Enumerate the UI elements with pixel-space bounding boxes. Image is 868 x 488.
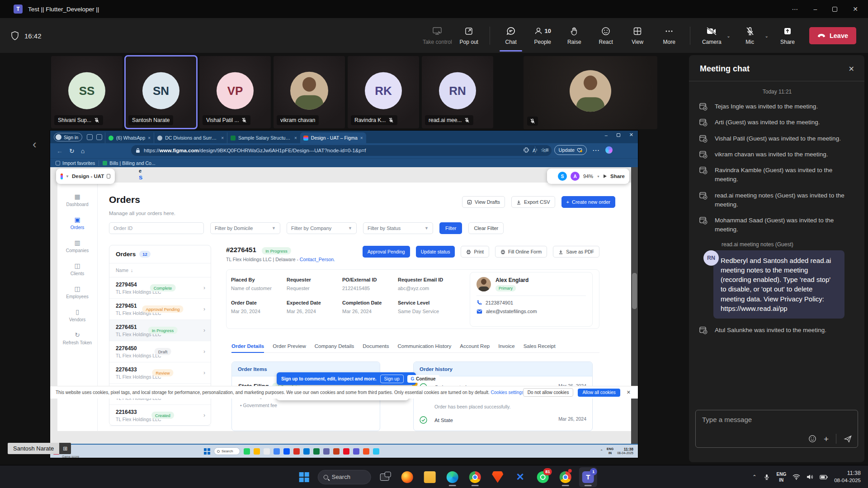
shared-taskbar-app-icon[interactable]: [363, 448, 369, 455]
contact-phone-row[interactable]: 2123874901: [476, 300, 586, 305]
chevron-down-icon[interactable]: ▼: [597, 175, 600, 178]
tab-close-icon[interactable]: ×: [148, 136, 151, 141]
clear-filter-button[interactable]: Clear Filter: [468, 222, 504, 234]
cookie-close-icon[interactable]: ✕: [627, 389, 631, 395]
teams-button[interactable]: T1: [579, 467, 597, 487]
raise-hand-button[interactable]: Raise: [560, 20, 589, 52]
shared-taskbar-app-icon[interactable]: [333, 448, 340, 455]
zoom-level[interactable]: 94%: [583, 174, 593, 179]
wifi-icon[interactable]: [793, 474, 800, 480]
chat-close-icon[interactable]: ✕: [849, 65, 854, 73]
shared-taskbar-app-icon[interactable]: [353, 448, 359, 455]
cookies-settings-link[interactable]: Cookies settings: [491, 390, 523, 395]
browser-tab[interactable]: (6) WhatsApp ×: [105, 132, 154, 143]
shared-start-icon[interactable]: [204, 448, 210, 455]
chat-message-input[interactable]: Type a message +: [695, 410, 858, 448]
shared-taskbar-app-icon[interactable]: [303, 448, 310, 455]
favorites-bar-icon[interactable]: ☆≡: [541, 147, 549, 153]
sort-arrow-icon[interactable]: ↓: [131, 267, 133, 273]
browser-minimize-icon[interactable]: –: [605, 132, 608, 138]
print-button[interactable]: Print: [461, 246, 489, 258]
browser-close-icon[interactable]: ✕: [629, 132, 633, 138]
collaborator-avatar[interactable]: S: [558, 172, 567, 181]
sidebar-item[interactable]: Employees: [57, 286, 97, 299]
sign-up-button[interactable]: Sign up: [380, 375, 404, 383]
detail-tab[interactable]: Documents: [363, 343, 389, 349]
layout-panel-icon[interactable]: [107, 174, 110, 178]
back-icon[interactable]: ←: [57, 147, 63, 155]
extensions-icon[interactable]: [523, 147, 529, 153]
shared-taskbar-app-icon[interactable]: [323, 448, 330, 455]
row-chevron-icon[interactable]: ›: [203, 306, 205, 312]
figma-canvas[interactable]: Dashboard Orders Companies Clients: [50, 167, 638, 444]
import-favorites-button[interactable]: Import favorites: [56, 160, 95, 166]
browser-profile-button[interactable]: Sign in: [54, 133, 82, 141]
chat-button[interactable]: Chat: [496, 20, 525, 52]
send-icon[interactable]: [844, 435, 852, 443]
export-csv-button[interactable]: Export CSV: [511, 196, 555, 208]
detail-tab[interactable]: Order Preview: [273, 343, 306, 349]
order-row[interactable]: 2276451 TL Flex Holdings LLC In Progress…: [109, 320, 211, 341]
shared-tray-chevron-icon[interactable]: ⌃: [600, 449, 603, 453]
sidebar-item[interactable]: Companies: [57, 239, 97, 253]
browser-more-icon[interactable]: ⋯: [592, 146, 600, 155]
view-button[interactable]: View: [623, 20, 652, 52]
browser-tab[interactable]: DC Divisions and Surroundings ×: [154, 132, 227, 143]
participant-tile[interactable]: SN Santosh Narate: [125, 56, 197, 128]
order-row[interactable]: 2276450 TL Flex Holdings LLC Draft ›: [109, 341, 211, 362]
participant-tile[interactable]: SS Shivani Sup...: [51, 56, 123, 128]
detail-tab[interactable]: Invoice: [498, 343, 514, 349]
copilot-icon[interactable]: [605, 146, 613, 154]
tab-close-icon[interactable]: ×: [360, 136, 363, 141]
shared-taskbar-app-icon[interactable]: [264, 448, 270, 455]
figma-file-pill[interactable]: ▼ Design - UAT: [56, 169, 115, 184]
whatsapp-button[interactable]: 81: [534, 467, 552, 487]
shared-taskbar-app-icon[interactable]: [283, 448, 290, 455]
order-id-search-input[interactable]: Order ID: [109, 222, 204, 234]
row-chevron-icon[interactable]: ›: [203, 370, 205, 376]
scrollbar-thumb[interactable]: [632, 273, 637, 309]
deny-cookies-button[interactable]: Do not allow cookies: [523, 388, 574, 397]
shared-search-box[interactable]: Search: [214, 447, 240, 455]
shared-taskbar-app-icon[interactable]: [254, 448, 260, 455]
people-button[interactable]: 10 People: [528, 20, 557, 52]
battery-icon[interactable]: [820, 475, 828, 479]
figma-logo-icon[interactable]: [61, 174, 63, 179]
tray-chevron-icon[interactable]: ⌃: [752, 474, 756, 480]
row-chevron-icon[interactable]: ›: [203, 285, 205, 291]
workspaces-icon[interactable]: [87, 134, 93, 140]
contact-email-row[interactable]: alex@vstatefilings.com: [476, 309, 586, 314]
contact-person-link[interactable]: Contact_Person.: [300, 257, 335, 262]
mic-control[interactable]: Mic ⌄: [735, 20, 770, 52]
window-more-icon[interactable]: ⋯: [792, 5, 798, 13]
order-row[interactable]: 2279451 TL Flex Holdings LLC Approval Pe…: [109, 299, 211, 320]
pop-out-button[interactable]: Pop out: [454, 20, 483, 52]
shared-taskbar-app-icon[interactable]: [313, 448, 320, 455]
more-button[interactable]: More: [655, 20, 684, 52]
edge-button[interactable]: [443, 467, 462, 487]
detail-tab[interactable]: Company Details: [315, 343, 354, 349]
participant-tile[interactable]: vikram chavan: [274, 56, 345, 128]
shared-clock[interactable]: 11:3808-04-2025: [617, 447, 633, 455]
shared-taskbar-app-icon[interactable]: [274, 448, 280, 455]
browser-update-button[interactable]: Update: [554, 145, 587, 155]
sidebar-item[interactable]: Orders: [57, 216, 97, 230]
taskbar-clock[interactable]: 11:3808-04-2025: [834, 469, 861, 484]
shared-taskbar-app-icon[interactable]: [373, 448, 379, 455]
sidebar-item[interactable]: Clients: [57, 263, 97, 276]
brave-button[interactable]: [489, 467, 507, 487]
detail-tab[interactable]: Sales Receipt: [524, 343, 556, 349]
order-row[interactable]: 2216433 TL Flex Holdings LLC Created ›: [109, 405, 211, 426]
update-status-button[interactable]: Update status: [416, 246, 455, 258]
column-header[interactable]: Name: [116, 267, 128, 273]
filter-domicile-select[interactable]: Filter by Domicile▼: [210, 222, 280, 234]
window-maximize-icon[interactable]: [832, 7, 837, 12]
window-close-icon[interactable]: ✕: [853, 5, 858, 13]
row-chevron-icon[interactable]: ›: [203, 327, 205, 333]
chrome-profile-button[interactable]: [557, 467, 575, 487]
window-minimize-icon[interactable]: –: [813, 5, 817, 13]
language-indicator[interactable]: ENGIN: [777, 471, 787, 483]
sidebar-item[interactable]: Refresh Token: [57, 332, 97, 345]
filter-company-select[interactable]: Filter by Company▼: [287, 222, 357, 234]
share-button[interactable]: Share: [773, 20, 802, 52]
